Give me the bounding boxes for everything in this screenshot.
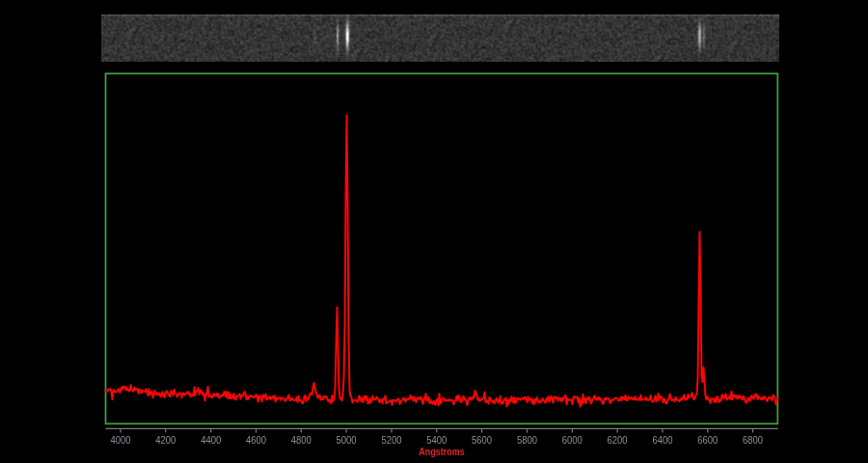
svg-text:5200: 5200 — [382, 434, 402, 446]
svg-text:6800: 6800 — [743, 434, 763, 446]
svg-text:6400: 6400 — [652, 434, 672, 446]
svg-text:4600: 4600 — [246, 434, 266, 446]
svg-text:5800: 5800 — [517, 434, 537, 446]
svg-text:4200: 4200 — [155, 434, 176, 446]
svg-text:6600: 6600 — [697, 434, 718, 446]
svg-text:Angstroms: Angstroms — [419, 446, 465, 457]
svg-text:6000: 6000 — [562, 434, 583, 446]
svg-text:4800: 4800 — [291, 434, 312, 446]
svg-text:4000: 4000 — [111, 434, 131, 446]
svg-text:5600: 5600 — [472, 434, 492, 446]
svg-text:6200: 6200 — [608, 434, 628, 446]
svg-text:5400: 5400 — [426, 434, 447, 446]
svg-text:4400: 4400 — [201, 434, 221, 446]
svg-text:5000: 5000 — [337, 434, 357, 446]
